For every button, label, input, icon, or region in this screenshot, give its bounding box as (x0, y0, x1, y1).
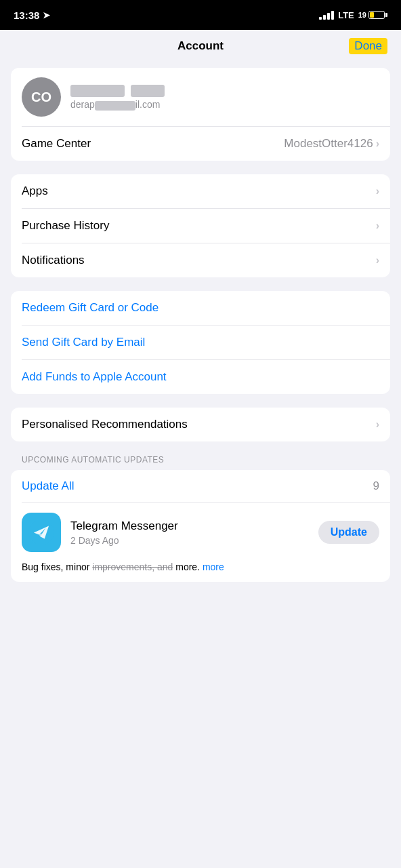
email-prefix: derap (70, 99, 95, 110)
game-center-row[interactable]: Game Center ModestOtter4126 › (11, 127, 390, 161)
more-link[interactable]: more (203, 561, 224, 572)
time-display: 13:38 (14, 9, 39, 21)
name-redacted (70, 85, 125, 97)
telegram-app-row: Telegram Messenger 2 Days Ago Update (11, 503, 390, 561)
status-time: 13:38 ➤ (14, 9, 50, 21)
telegram-app-description: Bug fixes, minor improvements, and more.… (11, 561, 390, 582)
menu-item-purchase-history[interactable]: Purchase History › (11, 209, 390, 243)
gift-card-card: Redeem Gift Card or Code Send Gift Card … (11, 291, 390, 394)
menu-card: Apps › Purchase History › Notifications … (11, 174, 390, 277)
purchase-history-label: Purchase History (22, 219, 109, 233)
profile-name (70, 83, 379, 97)
notifications-label: Notifications (22, 254, 85, 267)
game-center-label: Game Center (22, 137, 91, 151)
location-icon: ➤ (43, 10, 50, 20)
telegram-app-name: Telegram Messenger (70, 519, 309, 533)
chevron-icon: › (376, 220, 379, 232)
desc-end: more. (175, 561, 200, 572)
personalised-rec-label: Personalised Recommendations (22, 418, 188, 431)
name-redacted-2 (131, 85, 165, 97)
bar-3 (327, 13, 330, 20)
chevron-icon: › (376, 185, 379, 197)
battery-icon: 19 (358, 11, 387, 19)
avatar: CO (22, 77, 61, 117)
bar-1 (319, 17, 322, 20)
battery-tip (385, 13, 387, 17)
email-redacted (95, 101, 135, 111)
send-gift-card-row[interactable]: Send Gift Card by Email (11, 326, 390, 359)
chevron-icon: › (376, 138, 379, 150)
desc-start: Bug fixes, minor (22, 561, 89, 572)
game-center-username: ModestOtter4126 (284, 137, 373, 151)
page-title: Account (177, 39, 224, 53)
update-all-label: Update All (22, 479, 75, 493)
add-funds-row[interactable]: Add Funds to Apple Account (11, 360, 390, 394)
nav-bar: Account Done (0, 30, 401, 61)
add-funds-label: Add Funds to Apple Account (22, 370, 167, 384)
personalised-rec-card: Personalised Recommendations › (11, 408, 390, 441)
telegram-app-info: Telegram Messenger 2 Days Ago (70, 519, 309, 546)
profile-email: derapil.com (70, 99, 379, 110)
telegram-update-time: 2 Days Ago (70, 535, 309, 546)
chevron-icon: › (376, 418, 379, 431)
carrier-label: LTE (338, 10, 354, 20)
update-all-count: 9 (373, 479, 379, 493)
bar-2 (323, 15, 326, 20)
menu-item-notifications[interactable]: Notifications › (11, 243, 390, 277)
apps-label: Apps (22, 184, 48, 198)
done-button[interactable]: Done (349, 38, 387, 54)
send-gift-label: Send Gift Card by Email (22, 336, 145, 349)
profile-info: derapil.com (70, 83, 379, 110)
redeem-gift-card-row[interactable]: Redeem Gift Card or Code (11, 291, 390, 325)
battery-level: 19 (358, 11, 366, 19)
avatar-initials: CO (31, 90, 51, 105)
profile-card: CO derapil.com Game Center ModestOtter41… (11, 68, 390, 161)
telegram-logo-svg (28, 519, 54, 545)
personalised-rec-row[interactable]: Personalised Recommendations › (11, 408, 390, 441)
signal-bars (319, 11, 334, 20)
game-center-value: ModestOtter4126 › (284, 137, 379, 151)
updates-section-header: UPCOMING AUTOMATIC UPDATES (0, 455, 401, 470)
email-suffix: il.com (135, 99, 161, 110)
desc-middle-strikethrough: improvements, and (92, 561, 173, 572)
menu-item-apps[interactable]: Apps › (11, 174, 390, 208)
status-right: LTE 19 (319, 10, 387, 20)
telegram-app-icon (22, 513, 61, 552)
profile-row[interactable]: CO derapil.com (11, 68, 390, 126)
update-button[interactable]: Update (318, 521, 379, 544)
chevron-icon: › (376, 254, 379, 267)
bar-4 (331, 11, 334, 20)
battery-body (368, 11, 385, 19)
redeem-label: Redeem Gift Card or Code (22, 301, 159, 315)
battery-fill (370, 12, 374, 18)
update-all-row[interactable]: Update All 9 (11, 470, 390, 502)
updates-card: Update All 9 Telegram Messenger 2 Days A… (11, 470, 390, 582)
status-bar: 13:38 ➤ LTE 19 (0, 0, 401, 30)
